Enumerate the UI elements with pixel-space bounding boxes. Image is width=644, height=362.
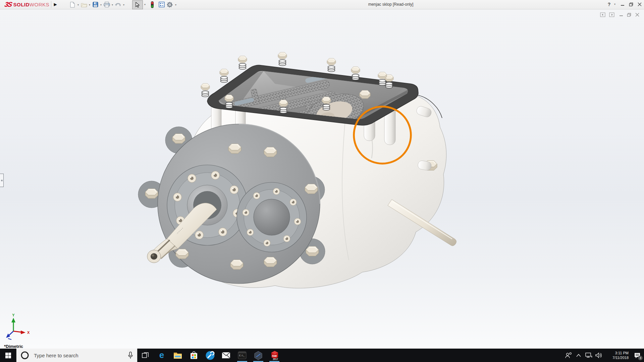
ds-logo-icon: 3S xyxy=(4,1,12,8)
taskbar-mail[interactable] xyxy=(218,349,234,362)
save-floppy-icon xyxy=(93,2,98,7)
wrench-app-icon xyxy=(206,351,215,360)
taskbar-microsoft-store[interactable] xyxy=(186,349,202,362)
windows-logo-icon xyxy=(5,353,11,358)
options-button[interactable] xyxy=(166,1,174,8)
svg-text:2017: 2017 xyxy=(273,358,278,360)
mail-icon xyxy=(222,352,230,359)
graphics-area[interactable]: Y X *Dimetric xyxy=(0,9,644,349)
search-placeholder: Type here to search xyxy=(34,353,128,358)
volume-button[interactable] xyxy=(594,349,604,362)
options-gear-icon xyxy=(166,1,173,8)
task-view-icon xyxy=(142,352,149,359)
taskbar-developer-app[interactable] xyxy=(250,349,266,362)
window-title: menjac sklop [Read-only] xyxy=(368,2,414,7)
rebuild-traffic-light-icon xyxy=(150,1,155,8)
taskbar-support-app[interactable] xyxy=(202,349,218,362)
taskbar-solidworks[interactable]: SW 2017 xyxy=(266,349,282,362)
restore-icon xyxy=(629,2,633,6)
triad-y-arrow-icon xyxy=(11,318,15,322)
restore-button[interactable] xyxy=(628,1,634,7)
taskbar-edge[interactable]: e xyxy=(154,349,170,362)
brand-solid: SOLID xyxy=(13,2,29,7)
open-button[interactable] xyxy=(80,1,88,8)
taskbar-search-input[interactable]: Type here to search xyxy=(16,349,138,362)
microphone-icon[interactable] xyxy=(128,352,133,359)
select-caret[interactable]: ▾ xyxy=(143,2,147,6)
svg-text:SW: SW xyxy=(272,354,277,358)
options-caret[interactable]: ▾ xyxy=(174,3,177,7)
minimize-icon xyxy=(621,2,625,6)
command-prompt-icon: C:\_ xyxy=(238,351,247,359)
action-center-button[interactable]: 3 xyxy=(631,349,644,362)
new-document-caret[interactable]: ▾ xyxy=(76,3,80,7)
help-button[interactable]: ? xyxy=(606,1,612,7)
tray-overflow-button[interactable] xyxy=(574,349,584,362)
gearbox-3d-model[interactable]: Y X xyxy=(0,9,644,349)
svg-text:C:\_: C:\_ xyxy=(239,354,245,357)
chevron-up-icon xyxy=(576,354,581,357)
save-button[interactable] xyxy=(91,1,99,8)
undo-caret[interactable]: ▾ xyxy=(122,3,125,7)
print-icon xyxy=(104,2,110,7)
undo-button[interactable] xyxy=(114,1,122,8)
bearing-flange-right xyxy=(237,182,307,252)
solidworks-logo: 3S SOLID WORKS xyxy=(5,1,49,8)
solidworks-window: 3S SOLID WORKS ▶ ▾ ▾ xyxy=(0,0,644,362)
menu-flyout-arrow-icon[interactable]: ▶ xyxy=(53,0,58,8)
undo-icon xyxy=(115,2,121,7)
brand-works: WORKS xyxy=(30,2,49,7)
start-button[interactable] xyxy=(0,349,16,362)
open-folder-icon xyxy=(81,2,87,7)
help-caret[interactable]: ▾ xyxy=(613,2,616,6)
print-button[interactable] xyxy=(103,1,111,8)
print-caret[interactable]: ▾ xyxy=(111,3,114,7)
select-cursor-icon xyxy=(135,2,140,8)
network-icon xyxy=(585,352,592,358)
triad-x-arrow-icon xyxy=(21,330,25,334)
hexagon-app-icon xyxy=(254,351,263,360)
network-button[interactable] xyxy=(584,349,594,362)
people-icon xyxy=(565,352,572,358)
notification-badge: 3 xyxy=(638,356,643,360)
solidworks-2017-icon: SW 2017 xyxy=(270,351,279,360)
speaker-icon xyxy=(595,352,602,358)
edge-icon: e xyxy=(157,351,166,360)
minimize-button[interactable] xyxy=(619,1,626,7)
toolbar-separator xyxy=(51,1,51,8)
close-button[interactable] xyxy=(636,1,643,7)
titlebar: 3S SOLID WORKS ▶ ▾ ▾ xyxy=(0,0,644,9)
view-orientation-label: *Dimetric xyxy=(4,344,23,349)
open-caret[interactable]: ▾ xyxy=(88,3,91,7)
clock[interactable]: 3:11 PM 7/11/2018 xyxy=(604,351,629,360)
reference-triad[interactable]: Y X xyxy=(6,313,30,340)
select-tool-button[interactable] xyxy=(132,0,143,9)
new-document-icon xyxy=(70,2,75,8)
save-caret[interactable]: ▾ xyxy=(99,3,103,7)
tray-date: 7/11/2018 xyxy=(604,355,629,360)
file-explorer-icon xyxy=(173,352,182,359)
taskbar-task-view[interactable] xyxy=(138,349,154,362)
people-button[interactable] xyxy=(564,349,574,362)
taskbar-command-prompt[interactable]: C:\_ xyxy=(234,349,250,362)
file-properties-icon xyxy=(159,2,165,7)
new-document-button[interactable] xyxy=(68,1,76,8)
system-tray: 3:11 PM 7/11/2018 3 xyxy=(564,349,644,362)
rebuild-button[interactable] xyxy=(148,1,156,8)
triad-x-label: X xyxy=(27,330,30,335)
taskbar-file-explorer[interactable] xyxy=(170,349,186,362)
svg-text:e: e xyxy=(159,351,164,360)
close-icon xyxy=(638,2,642,6)
microsoft-store-icon xyxy=(190,351,198,360)
cortana-icon xyxy=(20,351,29,360)
triad-y-label: Y xyxy=(12,313,15,317)
windows-taskbar: Type here to search e xyxy=(0,349,644,362)
file-properties-button[interactable] xyxy=(158,1,166,8)
tray-time: 3:11 PM xyxy=(604,351,629,355)
